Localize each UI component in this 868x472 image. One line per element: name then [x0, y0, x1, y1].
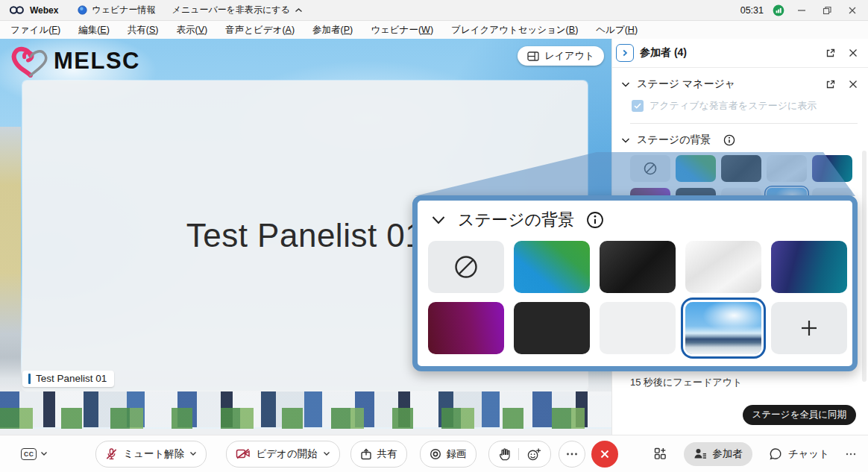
- menu-help[interactable]: ヘルプ(H): [596, 24, 638, 37]
- unmute-button[interactable]: ミュート解除: [95, 441, 207, 468]
- swatch-navy-teal-gradient[interactable]: [812, 155, 852, 182]
- connection-quality-icon[interactable]: [773, 4, 784, 16]
- stage-background-trees: [0, 408, 611, 430]
- popout-panel-icon[interactable]: [825, 48, 836, 58]
- menu-breakout[interactable]: ブレイクアウトセッション(B): [451, 24, 578, 37]
- swatch-blue-green-gradient[interactable]: [514, 241, 590, 293]
- info-icon: [586, 211, 604, 229]
- panel-divider: [630, 123, 858, 124]
- stage-background-base: [0, 429, 611, 435]
- toolbar-more-button[interactable]: [846, 453, 856, 456]
- swatch-dark-gradient[interactable]: [600, 241, 676, 293]
- video-tile-name: Test Panelist 01: [186, 217, 424, 254]
- stage-background-building: [0, 127, 21, 392]
- more-options-button[interactable]: [559, 441, 585, 468]
- restore-button[interactable]: [819, 3, 835, 18]
- menu-webinar[interactable]: ウェビナー(W): [371, 24, 433, 37]
- active-speaker-bar: [28, 374, 31, 384]
- stage-background-magnifier-popup: ステージの背景: [412, 195, 858, 371]
- swatch-none[interactable]: [428, 241, 504, 293]
- menu-edit[interactable]: 編集(E): [78, 24, 110, 37]
- swatch-maroon-purple-gradient[interactable]: [428, 302, 504, 354]
- collapse-panel-button[interactable]: [616, 44, 634, 62]
- close-panel-icon[interactable]: [849, 48, 858, 57]
- webex-logo-icon: [9, 5, 25, 15]
- participants-panel-title: 参加者 (4): [640, 46, 687, 60]
- active-speaker-checkbox-label: アクティブな発言者をステージに表示: [650, 99, 817, 113]
- chevron-down-icon: [40, 451, 48, 456]
- participants-button[interactable]: 参加者: [684, 442, 752, 466]
- meeting-timer: 05:31: [740, 5, 764, 16]
- app-brand: Webex: [30, 5, 58, 16]
- fade-out-note: 15 秒後にフェードアウト: [630, 376, 742, 389]
- chat-bubble-icon: [769, 447, 782, 461]
- share-screen-icon: [360, 448, 372, 460]
- window-titlebar: Webex ウェビナー情報 メニューバーを非表示にする 05:31: [0, 0, 868, 21]
- popout-stage-manager-icon[interactable]: [825, 79, 836, 89]
- share-button[interactable]: 共有: [350, 441, 407, 468]
- webinar-info-button[interactable]: ウェビナー情報: [78, 4, 155, 16]
- webinar-info-icon: [78, 5, 87, 15]
- info-icon[interactable]: [723, 134, 735, 146]
- swatch-city-photo[interactable]: [685, 302, 761, 354]
- panel-header: 参加者 (4): [612, 39, 868, 68]
- camera-off-icon: [236, 448, 251, 459]
- leave-meeting-button[interactable]: [591, 441, 618, 468]
- panel-scrollbar[interactable]: [862, 151, 867, 382]
- stage-manager-title: ステージ マネージャ: [637, 78, 735, 91]
- swatch-blue-green-gradient[interactable]: [676, 155, 716, 182]
- layout-icon: [527, 51, 539, 61]
- swatch-charcoal[interactable]: [514, 302, 590, 354]
- chevron-up-icon: [295, 7, 303, 13]
- start-video-button[interactable]: ビデオの開始: [226, 441, 339, 468]
- active-speaker-checkbox-row[interactable]: アクティブな発言者をステージに表示: [612, 99, 868, 113]
- add-reaction-icon: [526, 447, 541, 461]
- chevron-down-icon: [189, 451, 197, 456]
- popup-swatch-grid: [418, 231, 852, 354]
- captions-button[interactable]: CC: [21, 448, 48, 460]
- layout-button[interactable]: レイアウト: [518, 46, 604, 66]
- chevron-down-icon: [323, 451, 330, 456]
- raise-hand-icon: [498, 447, 511, 461]
- menu-audio-video[interactable]: 音声とビデオ(A): [225, 24, 295, 37]
- apps-button[interactable]: [653, 447, 667, 461]
- chevron-down-icon: [431, 215, 446, 225]
- ellipsis-icon: [846, 453, 856, 456]
- stage-background-section-header[interactable]: ステージの背景: [612, 133, 868, 147]
- close-window-button[interactable]: [844, 3, 861, 18]
- microphone-muted-icon: [105, 447, 118, 461]
- chevron-down-icon: [621, 81, 630, 88]
- swatch-light-gray[interactable]: [600, 302, 676, 354]
- swatch-navy-teal-gradient[interactable]: [771, 241, 847, 293]
- swatch-silver-gradient[interactable]: [767, 155, 807, 182]
- popup-header: ステージの背景: [418, 201, 852, 231]
- sync-stage-button[interactable]: ステージを全員に同期: [743, 405, 856, 425]
- record-icon: [430, 448, 441, 460]
- record-button[interactable]: 録画: [420, 441, 477, 468]
- hide-menubar-button[interactable]: メニューバーを非表示にする: [172, 4, 303, 16]
- participant-name-chip: Test Panelist 01: [22, 371, 114, 387]
- close-stage-manager-icon[interactable]: [849, 80, 858, 89]
- close-icon: [600, 449, 610, 459]
- closed-captions-icon: CC: [21, 448, 37, 460]
- apps-grid-icon: [653, 447, 667, 461]
- menu-participants[interactable]: 参加者(P): [312, 24, 353, 37]
- reactions-button[interactable]: [488, 441, 551, 468]
- swatch-none[interactable]: [630, 155, 670, 182]
- menu-bar: ファイル(F) 編集(E) 共有(S) 表示(V) 音声とビデオ(A) 参加者(…: [0, 21, 868, 39]
- chat-button[interactable]: チャット: [769, 447, 829, 461]
- control-toolbar: CC ミュート解除 ビデオの開始 共有: [0, 435, 868, 472]
- popup-title: ステージの背景: [458, 209, 574, 231]
- menu-share[interactable]: 共有(S): [128, 24, 159, 37]
- stage-background-title: ステージの背景: [637, 133, 711, 147]
- minimize-button[interactable]: [793, 3, 810, 18]
- melsc-heart-icon: [10, 45, 49, 78]
- menu-view[interactable]: 表示(V): [177, 24, 208, 37]
- swatch-dark-gradient[interactable]: [721, 155, 761, 182]
- checkbox-checked-icon[interactable]: [632, 100, 644, 112]
- swatch-silver-gradient[interactable]: [685, 241, 761, 293]
- menu-file[interactable]: ファイル(F): [10, 24, 60, 37]
- swatch-add-custom[interactable]: [771, 302, 847, 354]
- participants-icon: [694, 447, 707, 460]
- stage-manager-section-header[interactable]: ステージ マネージャ: [612, 78, 868, 91]
